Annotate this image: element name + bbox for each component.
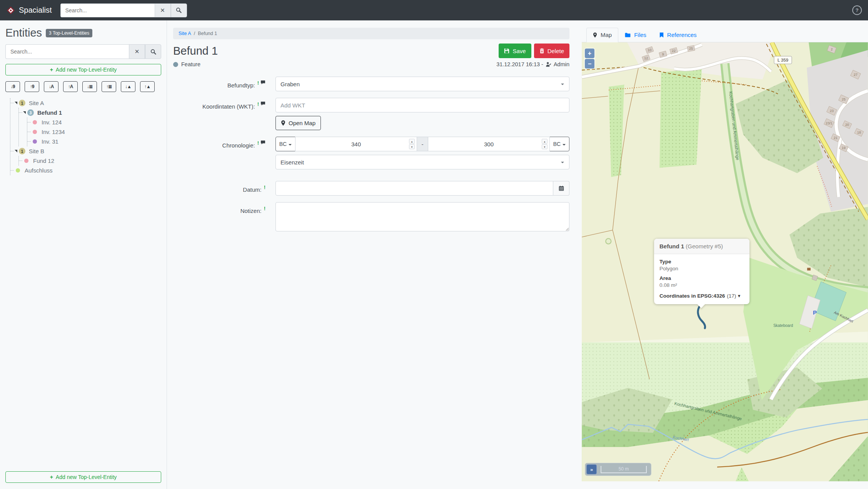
wkt-input[interactable] [275,98,569,112]
expander-icon[interactable] [23,111,26,114]
zoom-in-button[interactable]: + [585,49,594,58]
expand-control-button[interactable]: » [586,464,597,474]
sort-amount-down-button[interactable]: ↓≣ [82,81,97,92]
start-era-dropdown[interactable]: BC [275,137,295,151]
tree-item-aufschluss[interactable]: Aufschluss [10,166,126,175]
entity-type-label: Feature [181,61,200,67]
svg-text:18: 18 [857,131,861,134]
add-top-level-entity-button-bottom[interactable]: + Add new Top-Level-Entity [5,471,161,483]
last-modified-timestamp: 31.12.2017 16:13 - [496,61,543,67]
global-search: ✕ [60,3,187,17]
clear-icon: ✕ [160,7,165,14]
breadcrumb-parent[interactable]: Site A [179,31,191,36]
app-brand[interactable]: Spacialist [6,6,52,15]
tree-item-inv-31[interactable]: Inv. 31 [27,137,126,146]
delete-button[interactable]: Delete [534,44,569,58]
chevron-down-icon [563,144,566,147]
zoom-out-button[interactable]: − [585,59,594,69]
help-button[interactable]: ? [852,5,862,15]
svg-text:27: 27 [854,73,858,77]
tree-item-inv-1234[interactable]: Inv. 1234 [27,127,126,137]
entity-search: ✕ [5,44,161,59]
save-button[interactable]: Save [499,44,531,58]
road-label: L 359 [774,56,792,64]
tree-item-site-b[interactable]: 1 Site B [10,146,126,156]
top-navbar: Spacialist ✕ ? [0,0,868,20]
user-edit-icon [546,62,551,67]
entity-detail: Site A / Befund 1 Befund 1 Save Delete [167,20,576,489]
popup-area-value: 0.08 m² [659,282,744,288]
entity-type-dot [24,159,28,163]
sort-children-down-button[interactable]: ↓▲ [121,81,135,92]
expander-icon[interactable] [15,150,17,152]
open-map-button[interactable]: Open Map [275,116,321,130]
comment-icon[interactable] [260,101,265,106]
map-marker-icon [593,32,597,38]
save-icon [504,48,509,54]
sort-children-up-button[interactable]: ↑▲ [140,81,155,92]
required-marker: ! [257,140,259,146]
global-search-input[interactable] [60,3,155,17]
global-search-clear-button[interactable]: ✕ [155,3,171,17]
svg-text:23/1: 23/1 [826,121,833,125]
sort-alpha-down-button[interactable]: ↓A [44,81,58,92]
chevron-down-icon [289,144,292,147]
sort-numeric-up-button[interactable]: ↑9 [25,81,39,92]
tree-item-fund-12[interactable]: Fund 12 [19,156,126,166]
svg-text:25: 25 [689,47,693,50]
tree-item-site-a[interactable]: 1 Site A [10,98,126,108]
tab-map[interactable]: Map [586,28,618,42]
tree-item-inv-124[interactable]: Inv. 124 [27,117,126,127]
calendar-button[interactable] [553,181,569,196]
geometry-vertex-marker[interactable] [606,239,611,244]
notizen-label: Notizen:! [173,202,275,233]
attribute-form: Befundtyp:! Graben Koordintaten (WKT):! [173,77,569,233]
plus-icon: + [50,67,53,73]
datum-input[interactable] [275,181,553,196]
app-title: Spacialist [19,6,52,15]
panel-tabs: Map Files References [582,28,868,42]
map-zoom-control: + − [584,48,595,69]
tab-files[interactable]: Files [618,28,653,42]
comment-icon[interactable] [260,140,265,145]
befundtyp-select[interactable]: Graben [275,77,569,91]
svg-text:9: 9 [662,52,664,56]
parking-icon: P [813,309,817,316]
map-scale-line: 50 m [601,466,647,473]
global-search-submit-button[interactable] [171,3,187,17]
entity-search-clear-button[interactable]: ✕ [129,44,145,59]
entity-type-dot [33,120,37,124]
sidebar-title: Entities [5,27,42,39]
svg-text:10: 10 [648,48,651,52]
plus-icon: + [50,474,53,480]
entity-type-dot [33,130,37,134]
end-era-dropdown[interactable]: BC [549,137,569,151]
page-title: Befund 1 [173,45,218,57]
popup-type-label: Type [659,259,744,265]
map-canvas[interactable]: 10 12 9 22 25 2 27 25 23 23/1 20 18 21 1… [582,42,868,481]
entity-search-submit-button[interactable] [145,44,161,59]
start-year-input[interactable] [295,137,417,151]
tab-references[interactable]: References [653,28,703,42]
epoch-select[interactable]: Eisenzeit [275,155,569,169]
number-stepper[interactable]: ▲▼ [542,139,548,149]
sort-numeric-down-button[interactable]: ↓9 [5,81,20,92]
child-count-badge: 1 [19,148,25,154]
popup-area-label: Area [659,275,744,281]
search-icon [176,7,182,13]
entity-tree: 1 Site A 3 Befund 1 Inv. 124 [10,98,161,175]
popup-header: Befund 1 (Geometry #5) [654,239,749,254]
range-separator: - [417,137,428,151]
sort-amount-up-button[interactable]: ↑≣ [102,81,116,92]
end-year-input[interactable] [428,137,549,151]
comment-icon[interactable] [260,80,265,85]
entity-search-input[interactable] [5,44,129,59]
question-icon: ? [856,7,859,13]
notizen-textarea[interactable] [275,202,569,231]
sort-alpha-up-button[interactable]: ↑A [63,81,78,92]
popup-coordinates-toggle[interactable]: Coordinates in EPSG:4326 (17) ▾ [659,293,744,299]
expander-icon[interactable] [15,102,17,104]
number-stepper[interactable]: ▲▼ [409,139,415,149]
add-top-level-entity-button-top[interactable]: + Add new Top-Level-Entity [5,64,161,75]
tree-item-befund-1[interactable]: 3 Befund 1 [19,108,126,117]
